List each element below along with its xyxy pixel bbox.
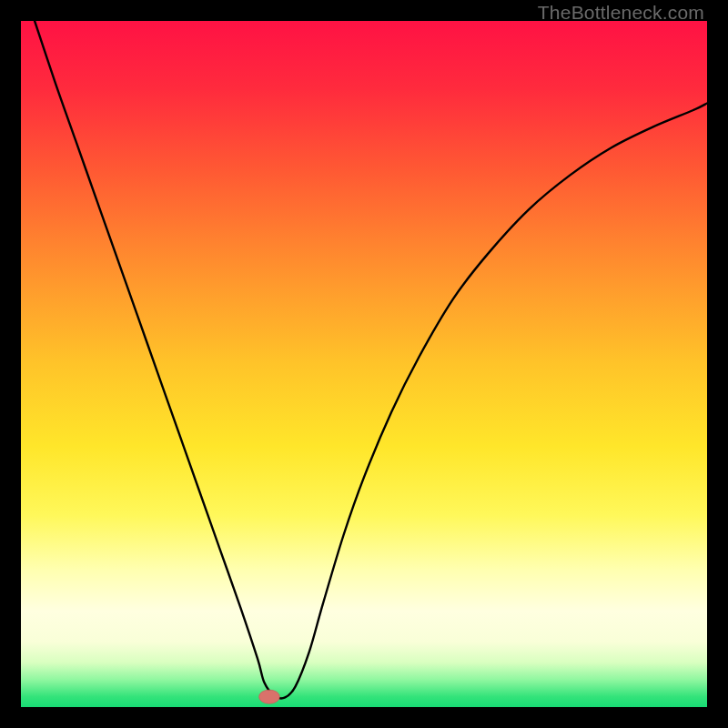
bottleneck-chart (21, 21, 707, 707)
watermark-text: TheBottleneck.com (538, 2, 704, 24)
gradient-background (21, 21, 707, 707)
chart-frame (21, 21, 707, 707)
minimum-marker (259, 690, 280, 703)
